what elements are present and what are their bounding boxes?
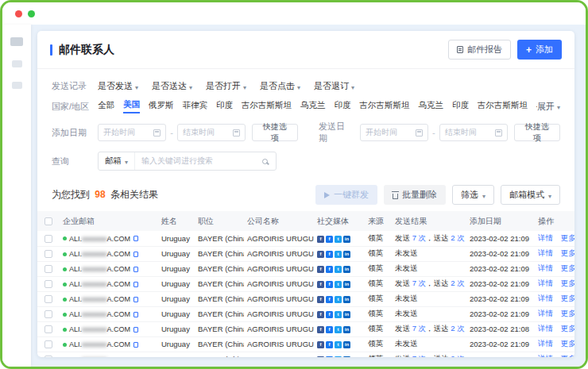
facebook-icon[interactable]: f (326, 281, 333, 288)
window-close-dot[interactable] (15, 10, 22, 17)
detail-link[interactable]: 详情 (538, 339, 553, 349)
copy-icon[interactable] (133, 267, 138, 272)
select-all-checkbox[interactable] (44, 217, 52, 225)
send-record-option-1[interactable]: 是否送达 (152, 80, 192, 92)
linkedin-icon[interactable]: in (343, 251, 350, 258)
window-zoom-dot[interactable] (28, 10, 35, 17)
bulk-send-button[interactable]: 一键群发 (315, 185, 377, 205)
send-record-option-4[interactable]: 是否退订 (314, 80, 354, 92)
more-link[interactable]: 更多 (561, 339, 574, 349)
row-checkbox[interactable] (44, 325, 52, 333)
country-tab-0[interactable]: 全部 (98, 100, 114, 113)
row-checkbox[interactable] (44, 310, 52, 318)
add-date-quick-options-button[interactable]: 快捷选项 (252, 124, 298, 141)
detail-link[interactable]: 详情 (538, 263, 553, 274)
linkedin-icon[interactable]: in (343, 311, 350, 318)
linkedin-icon[interactable]: in (343, 341, 350, 348)
expand-button[interactable]: 展开 (537, 101, 560, 113)
send-count-link[interactable]: 7 次 (412, 279, 426, 287)
send-record-option-3[interactable]: 是否点击 (260, 80, 300, 92)
sidebar-icon-placeholder[interactable] (12, 60, 22, 67)
facebook-icon[interactable]: f (317, 236, 324, 243)
twitter-icon[interactable]: t (335, 311, 342, 318)
send-count-link[interactable]: 7 次 (412, 354, 426, 357)
more-link[interactable]: 更多 (561, 294, 574, 304)
country-tab-11[interactable]: 吉尔吉斯斯坦 (478, 100, 528, 113)
twitter-icon[interactable]: t (335, 236, 342, 243)
send-count-link[interactable]: 7 次 (412, 233, 426, 242)
facebook-icon[interactable]: f (317, 356, 324, 357)
add-date-end-input[interactable]: 结束时间 (177, 124, 246, 141)
row-checkbox[interactable] (44, 295, 52, 303)
copy-icon[interactable] (133, 282, 138, 287)
twitter-icon[interactable]: t (335, 281, 342, 288)
menu-icon[interactable] (10, 37, 23, 46)
facebook-icon[interactable]: f (317, 266, 324, 273)
country-tab-2[interactable]: 俄罗斯 (149, 100, 174, 113)
more-link[interactable]: 更多 (561, 324, 574, 334)
mode-dropdown[interactable]: 邮箱模式 (501, 185, 560, 205)
send-count-link[interactable]: 2 次 (451, 354, 464, 357)
more-link[interactable]: 更多 (561, 233, 574, 244)
filter-dropdown[interactable]: 筛选 (452, 185, 494, 205)
copy-icon[interactable] (133, 252, 138, 257)
linkedin-icon[interactable]: in (343, 296, 350, 303)
detail-link[interactable]: 详情 (538, 248, 553, 259)
search-icon[interactable] (262, 159, 268, 164)
detail-link[interactable]: 详情 (538, 279, 553, 289)
country-tab-4[interactable]: 印度 (216, 100, 233, 113)
facebook-icon[interactable]: f (317, 341, 324, 348)
twitter-icon[interactable]: t (335, 326, 342, 333)
country-tab-1[interactable]: 美国 (123, 99, 140, 113)
add-button[interactable]: 添加 (517, 40, 562, 60)
country-tab-5[interactable]: 吉尔吉斯斯坦 (242, 100, 292, 113)
country-tab-3[interactable]: 菲律宾 (183, 100, 208, 113)
detail-link[interactable]: 详情 (538, 354, 553, 357)
twitter-icon[interactable]: t (335, 266, 342, 273)
country-tab-6[interactable]: 乌克兰 (300, 100, 326, 113)
more-link[interactable]: 更多 (561, 279, 574, 289)
country-tab-9[interactable]: 乌克兰 (419, 100, 444, 113)
row-checkbox[interactable] (44, 265, 52, 273)
copy-icon[interactable] (133, 312, 138, 317)
copy-icon[interactable] (133, 327, 138, 332)
detail-link[interactable]: 详情 (538, 233, 553, 244)
country-tab-7[interactable]: 印度 (335, 100, 351, 113)
facebook-icon[interactable]: f (326, 251, 333, 258)
row-checkbox[interactable] (44, 280, 52, 288)
send-date-start-input[interactable]: 开始时间 (360, 124, 428, 141)
twitter-icon[interactable]: t (335, 341, 342, 348)
copy-icon[interactable] (133, 236, 138, 241)
facebook-icon[interactable]: f (326, 326, 333, 333)
sidebar-icon-placeholder[interactable] (12, 82, 22, 89)
copy-icon[interactable] (133, 297, 138, 302)
search-type-select[interactable]: 邮箱 (99, 152, 135, 170)
more-link[interactable]: 更多 (561, 354, 574, 357)
twitter-icon[interactable]: t (335, 356, 342, 357)
send-record-option-2[interactable]: 是否打开 (206, 80, 246, 92)
facebook-icon[interactable]: f (326, 296, 333, 303)
facebook-icon[interactable]: f (326, 266, 333, 273)
country-tab-10[interactable]: 印度 (452, 100, 469, 113)
bulk-delete-button[interactable]: 批量删除 (384, 185, 446, 205)
detail-link[interactable]: 详情 (538, 309, 553, 319)
facebook-icon[interactable]: f (317, 251, 324, 258)
detail-link[interactable]: 详情 (538, 324, 553, 334)
facebook-icon[interactable]: f (317, 326, 324, 333)
send-date-quick-options-button[interactable]: 快捷选项 (514, 124, 560, 141)
send-count-link[interactable]: 2 次 (451, 233, 464, 242)
more-link[interactable]: 更多 (561, 263, 574, 274)
send-date-end-input[interactable]: 结束时间 (439, 124, 508, 141)
send-count-link[interactable]: 2 次 (451, 279, 464, 287)
facebook-icon[interactable]: f (326, 356, 333, 357)
detail-link[interactable]: 详情 (538, 294, 553, 304)
send-record-option-0[interactable]: 是否发送 (98, 80, 138, 92)
country-tab-8[interactable]: 吉尔吉斯斯坦 (360, 100, 410, 113)
row-checkbox[interactable] (44, 356, 52, 357)
facebook-icon[interactable]: f (317, 296, 324, 303)
more-link[interactable]: 更多 (561, 248, 574, 259)
facebook-icon[interactable]: f (326, 311, 333, 318)
more-link[interactable]: 更多 (561, 309, 574, 319)
copy-icon[interactable] (133, 342, 138, 348)
facebook-icon[interactable]: f (317, 311, 324, 318)
